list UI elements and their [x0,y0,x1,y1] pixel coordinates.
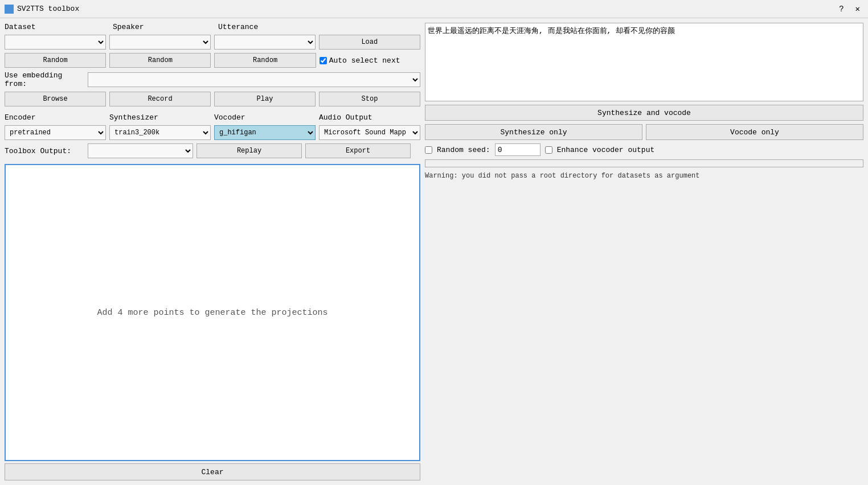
title-bar-controls: ? ✕ [836,2,863,17]
clear-button[interactable]: Clear [5,463,420,480]
left-panel: Dataset Speaker Utterance Load Random Ra… [5,23,420,480]
synth-row: Synthesize only Vocode only [425,124,863,140]
seed-input[interactable] [495,143,541,156]
vocoder-select[interactable]: g_hifigan [214,125,316,140]
close-button[interactable]: ✕ [852,2,863,17]
browse-button[interactable]: Browse [5,92,106,106]
auto-select-checkbox[interactable] [320,57,327,64]
vocode-only-button[interactable]: Vocode only [646,124,863,140]
use-embedding-label: Use embedding from: [5,71,84,88]
projection-box: Add 4 more points to generate the projec… [5,164,420,461]
vocoder-label: Vocoder [214,113,316,122]
title-bar-left: SV2TTS toolbox [5,5,79,14]
section-labels: Dataset Speaker Utterance [5,23,420,31]
enhance-checkbox[interactable] [545,146,552,154]
embed-row: Use embedding from: [5,71,420,88]
toolbox-output-label: Toolbox Output: [5,147,84,155]
random-utterance-button[interactable]: Random [214,53,316,68]
dropdowns-load-row: Load [5,35,420,50]
seed-row: Random seed: Enhance vocoder output [425,143,863,156]
projection-text: Add 4 more points to generate the projec… [97,308,327,318]
warning-text: Warning: you did not pass a root directo… [425,171,863,181]
utterance-select[interactable] [214,35,316,50]
toolbox-output-select[interactable] [88,143,193,158]
action-row: Browse Record Play Stop [5,92,420,106]
enhance-label: Enhance vocoder output [557,146,655,154]
random-seed-label: Random seed: [437,146,490,154]
left-bottom: Add 4 more points to generate the projec… [5,162,420,480]
app-icon [5,5,14,14]
synthesizer-label: Synthesizer [109,113,211,122]
audio-output-select[interactable]: Microsoft Sound Mapp [319,125,420,140]
audio-output-label: Audio Output [319,113,420,122]
play-button[interactable]: Play [214,92,316,106]
random-seed-checkbox[interactable] [425,146,432,154]
right-panel: Synthesize and vocode Synthesize only Vo… [425,23,863,480]
speaker-select[interactable] [109,35,211,50]
model-selects-row: pretrained train3_200k g_hifigan Microso… [5,125,420,140]
encoder-label: Encoder [5,113,106,122]
dataset-label: Dataset [5,23,113,31]
auto-select-row: Auto select next [320,56,420,65]
utterance-label: Utterance [218,23,324,31]
export-button[interactable]: Export [305,143,411,158]
random-dataset-button[interactable]: Random [5,53,106,68]
random-speaker-button[interactable]: Random [109,53,211,68]
synthesis-text-area[interactable] [425,23,863,101]
dataset-select[interactable] [5,35,106,50]
load-button[interactable]: Load [319,35,420,50]
speaker-label: Speaker [113,23,218,31]
use-embedding-select[interactable] [88,72,420,87]
main-content: Dataset Speaker Utterance Load Random Ra… [0,18,868,485]
synth-vocode-button[interactable]: Synthesize and vocode [425,105,863,121]
help-button[interactable]: ? [836,2,847,17]
auto-select-label: Auto select next [329,56,400,65]
replay-button[interactable]: Replay [196,143,302,158]
stop-button[interactable]: Stop [319,92,420,106]
encoder-select[interactable]: pretrained [5,125,106,140]
progress-bar [425,159,863,167]
random-row: Random Random Random Auto select next [5,53,420,68]
title-bar: SV2TTS toolbox ? ✕ [0,0,868,18]
record-button[interactable]: Record [109,92,211,106]
model-labels: Encoder Synthesizer Vocoder Audio Output [5,113,420,122]
window-title: SV2TTS toolbox [17,5,79,13]
toolbox-row: Toolbox Output: Replay Export [5,143,420,158]
synth-only-button[interactable]: Synthesize only [425,124,642,140]
synthesizer-select[interactable]: train3_200k [109,125,211,140]
